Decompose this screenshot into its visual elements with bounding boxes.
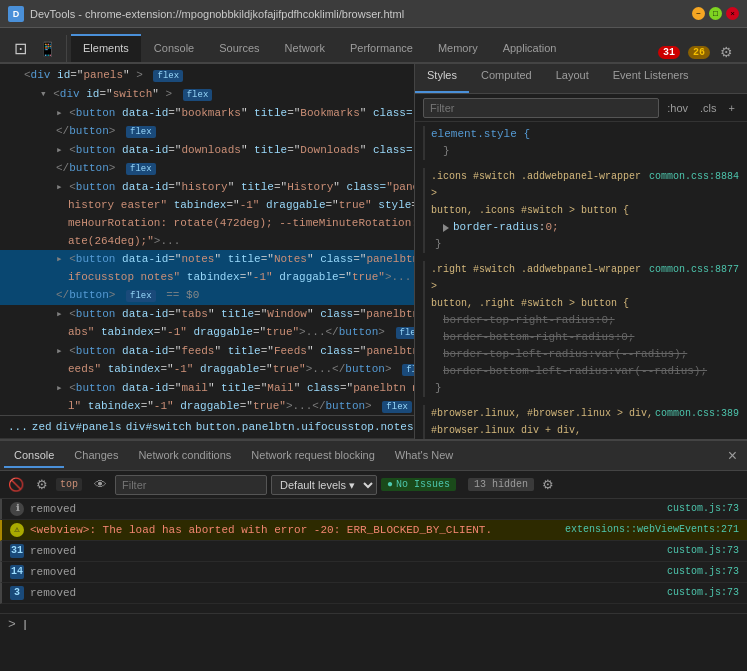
dom-line-selected[interactable]: ifocusstop notes" tabindex="-1" draggabl… [0,268,414,286]
css-rule-1: common.css:8884 .icons #switch .addwebpa… [423,168,739,253]
console-prompt-icon: > [8,617,16,632]
dom-line-selected[interactable]: </button> flex == $0 [0,286,414,305]
message-source-link[interactable]: custom.js:73 [667,500,739,518]
element-style-header: element.style { [431,126,739,143]
main-content-area: <div id="panels" > flex ▾ <div id="switc… [0,64,747,439]
console-messages: ℹ removed custom.js:73 ⚠ <webview>: The … [0,499,747,613]
styles-panel: Styles Computed Layout Event Listeners :… [415,64,747,439]
tab-memory[interactable]: Memory [426,34,490,62]
console-close-button[interactable]: × [722,447,743,465]
tab-layout[interactable]: Layout [544,64,601,93]
console-eye-button[interactable]: 👁 [90,475,111,494]
console-area: Console Changes Network conditions Netwo… [0,439,747,635]
dom-line[interactable]: l" tabindex="-1" draggable="true">...</b… [0,397,414,415]
warning-count-badge: 26 [688,46,710,59]
tab-performance[interactable]: Performance [338,34,425,62]
dom-line[interactable]: eeds" tabindex="-1" draggable="true">...… [0,360,414,379]
titlebar: D DevTools - chrome-extension://mpognobb… [0,0,747,28]
maximize-button[interactable]: □ [709,7,722,20]
rule-selector-line2: button, .icons #switch > button { [431,202,739,219]
info-icon: 3 [10,586,24,600]
console-message: 14 removed custom.js:73 [0,562,747,583]
message-source-link[interactable]: custom.js:73 [667,563,739,581]
css-prop-line: border-radius : 0; [431,219,739,236]
message-source-link[interactable]: custom.js:73 [667,542,739,560]
dom-line[interactable]: meHourRotation: rotate(472deg); --timeMi… [0,214,414,232]
element-style-rule: element.style { } [423,126,739,160]
hidden-count-badge: 13 hidden [468,478,534,491]
tab-computed[interactable]: Computed [469,64,544,93]
breadcrumb-item[interactable]: button.panelbtn.uifocusstop.notes [196,421,414,433]
console-message: ⚠ <webview>: The load has aborted with e… [0,520,747,541]
cls-filter-button[interactable]: .cls [696,101,721,115]
dom-line[interactable]: ate(264deg);">... [0,232,414,250]
tab-sources[interactable]: Sources [207,34,271,62]
dom-line[interactable]: <div id="panels" > flex [0,66,414,85]
dom-line[interactable]: ▸ <button data-id="downloads" title="Dow… [0,141,414,159]
window-controls: − □ × [692,7,739,20]
info-icon: 14 [10,565,24,579]
console-filter-input[interactable] [115,475,267,495]
dom-line[interactable]: ▸ <button data-id="bookmarks" title="Boo… [0,104,414,122]
inspect-element-button[interactable]: ⊡ [8,35,33,62]
breadcrumb-item[interactable]: zed [32,421,52,433]
hov-filter-button[interactable]: :hov [663,101,692,115]
console-settings-button[interactable]: ⚙ [538,475,558,494]
no-issues-badge: ● No Issues [381,478,456,491]
console-level-select[interactable]: Default levels ▾ [271,475,377,495]
console-tab-console[interactable]: Console [4,444,64,468]
css-rule-3: common.css:389 #browser.linux, #browser.… [423,405,739,439]
expand-icon[interactable] [443,224,449,232]
styles-content: element.style { } common.css:8884 .icons… [415,122,747,439]
dom-line[interactable]: </button> flex [0,122,414,141]
elements-panel: <div id="panels" > flex ▾ <div id="switc… [0,64,415,439]
breadcrumb-item[interactable]: ... [8,421,28,433]
breadcrumb-item[interactable]: div#switch [126,421,192,433]
console-tab-bar: Console Changes Network conditions Netwo… [0,441,747,471]
console-message: 31 removed custom.js:73 [0,541,747,562]
tab-network[interactable]: Network [273,34,337,62]
close-button[interactable]: × [726,7,739,20]
console-tab-changes[interactable]: Changes [64,444,128,468]
breadcrumb-item[interactable]: div#panels [56,421,122,433]
circle-check-icon: ● [387,479,393,490]
settings-gear-button[interactable]: ⚙ [714,42,739,62]
dom-line[interactable]: history easter" tabindex="-1" draggable=… [0,196,414,214]
styles-filter-input[interactable] [423,98,659,118]
filter-toggle-button[interactable]: ⚙ [32,475,52,494]
message-source-link[interactable]: extensions::webViewEvents:271 [565,521,739,539]
titlebar-title: DevTools - chrome-extension://mpognobbki… [30,8,692,20]
dom-line[interactable]: </button> flex [0,159,414,178]
console-tab-network-conditions[interactable]: Network conditions [128,444,241,468]
dom-line-selected[interactable]: ▸ <button data-id="notes" title="Notes" … [0,250,414,268]
message-source-link[interactable]: custom.js:73 [667,584,739,602]
styles-tab-bar: Styles Computed Layout Event Listeners [415,64,747,94]
context-selector[interactable]: top [56,478,82,491]
rule-selector-line: common.css:8877 .right #switch .addwebpa… [431,261,739,295]
dom-line[interactable]: abs" tabindex="-1" draggable="true">...<… [0,323,414,342]
rule-selector-line: common.css:8884 .icons #switch .addwebpa… [431,168,739,202]
tab-event-listeners[interactable]: Event Listeners [601,64,701,93]
tab-elements[interactable]: Elements [71,34,141,62]
dom-line[interactable]: ▸ <button data-id="mail" title="Mail" cl… [0,379,414,397]
dom-line[interactable]: ▸ <button data-id="history" title="Histo… [0,178,414,196]
minimize-button[interactable]: − [692,7,705,20]
add-style-button[interactable]: + [725,101,739,115]
console-tab-whats-new[interactable]: What's New [385,444,463,468]
tab-application[interactable]: Application [491,34,569,62]
dom-line[interactable]: ▾ <div id="switch" > flex [0,85,414,104]
tab-styles[interactable]: Styles [415,64,469,93]
dom-line[interactable]: ▸ <button data-id="tabs" title="Window" … [0,305,414,323]
clear-console-button[interactable]: 🚫 [4,475,28,494]
rule-selector-line2: button, .right #switch > button { [431,295,739,312]
main-tab-bar: ⊡ 📱 Elements Console Sources Network Per… [0,28,747,64]
device-mode-button[interactable]: 📱 [33,37,62,61]
info-icon: ℹ [10,502,24,516]
breadcrumb: ... zed div#panels div#switch button.pan… [0,415,414,439]
css-prop-line: border-bottom-left-radius : var(--radius… [431,363,739,380]
warning-icon: ⚠ [10,523,24,537]
dom-line[interactable]: ▸ <button data-id="feeds" title="Feeds" … [0,342,414,360]
console-tab-network-request-blocking[interactable]: Network request blocking [241,444,385,468]
css-prop-line: border-top-left-radius : var(--radius); [431,346,739,363]
tab-console[interactable]: Console [142,34,206,62]
